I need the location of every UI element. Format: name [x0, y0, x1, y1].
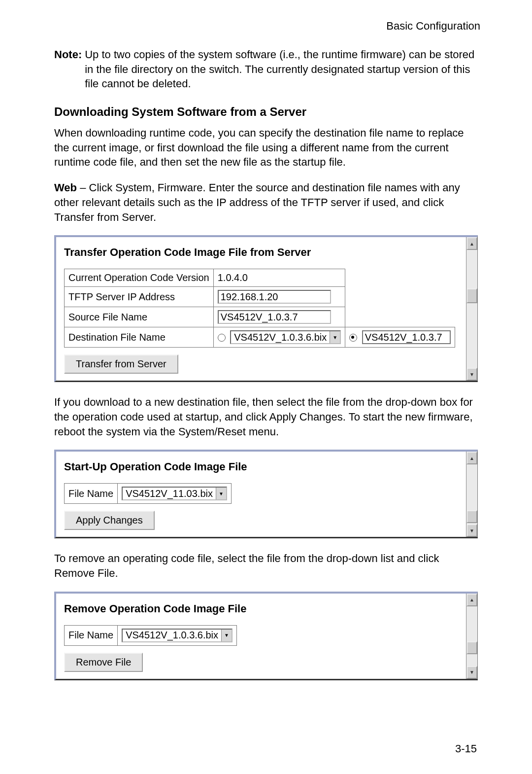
chevron-down-icon[interactable]: ▼ [221, 630, 232, 641]
scroll-down-icon[interactable]: ▼ [466, 368, 477, 381]
tftp-label: TFTP Server IP Address [65, 287, 214, 307]
note-label: Note: [54, 47, 82, 91]
para2-bold: Web [54, 181, 77, 194]
source-file-input[interactable] [218, 310, 331, 324]
remove-panel: Remove Operation Code Image File File Na… [54, 592, 478, 680]
remove-file-label: File Name [65, 625, 118, 645]
scroll-down-icon[interactable]: ▼ [466, 666, 477, 679]
chevron-down-icon[interactable]: ▼ [330, 331, 340, 343]
transfer-form-table: Current Operation Code Version 1.0.4.0 T… [64, 269, 455, 348]
startup-panel: Start-Up Operation Code Image File File … [54, 450, 478, 538]
startup-file-label: File Name [65, 484, 118, 504]
remove-file-dropdown[interactable]: VS4512V_1.0.3.6.bix ▼ [122, 629, 233, 642]
scrollbar[interactable]: ▲ ▼ [466, 452, 477, 537]
tftp-ip-input[interactable] [218, 290, 331, 304]
startup-panel-title: Start-Up Operation Code Image File [64, 460, 460, 473]
dest-file-dropdown-text: VS4512V_1.0.3.6.bix [231, 331, 330, 343]
source-file-label: Source File Name [65, 307, 214, 327]
scrollbar[interactable]: ▲ ▼ [466, 237, 477, 381]
dest-file-label: Destination File Name [65, 327, 214, 348]
startup-file-dropdown-text: VS4512V_11.03.bix [123, 488, 216, 499]
scroll-up-icon[interactable]: ▲ [466, 594, 477, 606]
remove-file-button[interactable]: Remove File [64, 653, 143, 672]
scroll-up-icon[interactable]: ▲ [466, 237, 477, 250]
paragraph-4: To remove an operating code file, select… [54, 551, 478, 580]
note-text: Up to two copies of the system software … [85, 47, 478, 91]
page-number: 3-15 [455, 742, 477, 755]
apply-changes-button[interactable]: Apply Changes [64, 511, 155, 530]
dest-radio-existing[interactable] [218, 334, 226, 342]
remove-file-dropdown-text: VS4512V_1.0.3.6.bix [123, 630, 221, 641]
transfer-panel: Transfer Operation Code Image File from … [54, 235, 478, 382]
dest-file-new-input[interactable] [362, 330, 451, 344]
section-title: Downloading System Software from a Serve… [54, 105, 478, 119]
startup-file-dropdown[interactable]: VS4512V_11.03.bix ▼ [122, 487, 227, 500]
scroll-thumb[interactable] [466, 510, 477, 523]
dest-radio-new[interactable] [349, 334, 357, 342]
scroll-up-icon[interactable]: ▲ [466, 452, 477, 464]
remove-panel-title: Remove Operation Code Image File [64, 602, 460, 615]
page-header: Basic Configuration [54, 20, 480, 33]
scroll-thumb[interactable] [466, 288, 477, 303]
paragraph-2: Web – Click System, Firmware. Enter the … [54, 180, 478, 224]
scroll-down-icon[interactable]: ▼ [466, 524, 477, 537]
para2-rest: – Click System, Firmware. Enter the sour… [54, 181, 460, 223]
transfer-panel-title: Transfer Operation Code Image File from … [64, 246, 460, 259]
current-version-value: 1.0.4.0 [213, 269, 345, 287]
chevron-down-icon[interactable]: ▼ [216, 488, 226, 499]
scroll-thumb[interactable] [466, 641, 477, 654]
paragraph-3: If you download to a new destination fil… [54, 395, 478, 439]
paragraph-1: When downloading runtime code, you can s… [54, 126, 478, 170]
transfer-from-server-button[interactable]: Transfer from Server [64, 354, 178, 374]
scrollbar[interactable]: ▲ ▼ [466, 594, 477, 679]
dest-file-dropdown[interactable]: VS4512V_1.0.3.6.bix ▼ [230, 330, 341, 344]
current-version-label: Current Operation Code Version [65, 269, 214, 287]
